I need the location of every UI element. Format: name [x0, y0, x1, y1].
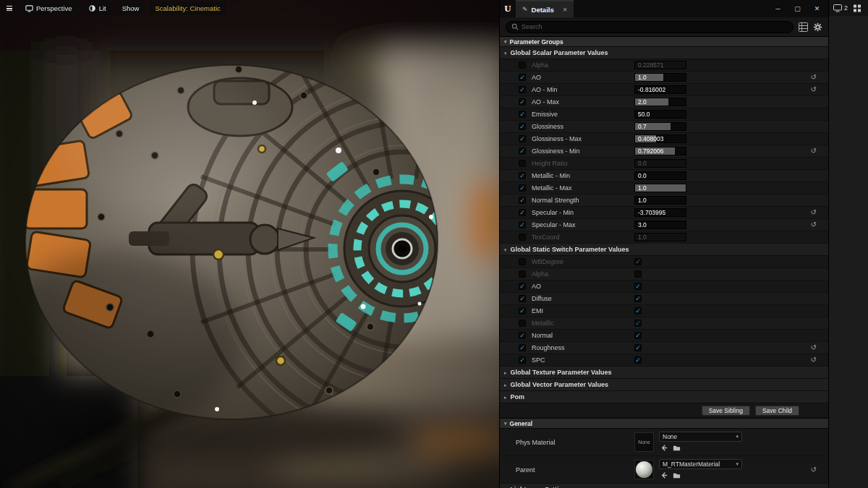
parameter-value-checkbox[interactable]	[634, 258, 642, 265]
parameter-value-slider[interactable]: 3.0	[634, 221, 686, 229]
parameter-enable-checkbox[interactable]	[519, 123, 526, 130]
show-button[interactable]: Show	[116, 2, 145, 14]
parameter-enable-checkbox[interactable]	[519, 111, 526, 118]
parameter-value-checkbox[interactable]	[634, 344, 642, 351]
section-parameter-groups[interactable]: ▾ Parameter Groups	[500, 36, 828, 47]
parent-material-thumbnail[interactable]	[634, 460, 654, 479]
parameter-enable-checkbox[interactable]	[519, 270, 526, 278]
reset-to-default-icon[interactable]: ↺	[811, 145, 817, 157]
parent-material-dropdown[interactable]: M_RTMasterMaterial ▾	[659, 459, 742, 469]
parameter-enable-checkbox[interactable]	[519, 147, 526, 155]
parameter-value-slider[interactable]: 0.0	[634, 159, 686, 168]
reset-to-default-icon[interactable]: ↺	[811, 72, 817, 83]
parameter-value-slider[interactable]: -3.703995	[634, 208, 686, 217]
viewport-3d-scene[interactable]: Perspective Lit Show Scalability: Cinema…	[0, 0, 499, 488]
parameter-value-checkbox[interactable]	[634, 307, 642, 314]
category-global-switch[interactable]: ▾ Global Static Switch Parameter Values	[500, 244, 828, 256]
parameter-value-slider[interactable]: 2.0	[634, 98, 686, 106]
parameter-value-checkbox[interactable]	[634, 356, 642, 364]
chevron-down-icon: ▾	[504, 421, 507, 426]
parameter-enable-checkbox[interactable]	[519, 135, 526, 142]
parameter-category-collapsed[interactable]: ▸ Pom	[500, 391, 828, 403]
reset-to-default-icon[interactable]: ↺	[811, 207, 817, 218]
search-box[interactable]	[506, 21, 793, 33]
chevron-right-icon: ▸	[504, 395, 507, 400]
parameter-value-checkbox[interactable]	[634, 270, 642, 278]
category-title: Global Texture Parameter Values	[511, 369, 612, 376]
tab-close-icon[interactable]: ✕	[563, 7, 568, 13]
parameter-name: Metallic - Min	[532, 170, 570, 181]
parameter-enable-checkbox[interactable]	[519, 307, 526, 314]
reset-to-default-icon[interactable]: ↺	[811, 354, 817, 366]
save-child-button[interactable]: Save Child	[755, 406, 799, 416]
scalar-parameter-row: Glossiness - Min 0.792006 ↺	[500, 145, 828, 158]
save-sibling-button[interactable]: Save Sibling	[702, 406, 750, 416]
panel-menu-button[interactable]	[853, 4, 861, 12]
reset-to-default-icon[interactable]: ↺	[811, 456, 817, 484]
settings-gear-icon[interactable]	[813, 22, 822, 32]
parameter-value-slider[interactable]: 0.7	[634, 122, 686, 131]
parameter-enable-checkbox[interactable]	[519, 61, 526, 69]
parameter-value-checkbox[interactable]	[634, 332, 642, 339]
parameter-value-slider[interactable]: 1.0	[634, 73, 686, 82]
parameter-category-collapsed[interactable]: ▸ Global Texture Parameter Values	[500, 367, 828, 379]
parameter-enable-checkbox[interactable]	[519, 98, 526, 106]
parameter-value-slider[interactable]: 0.0	[634, 171, 686, 180]
parameter-enable-checkbox[interactable]	[519, 332, 526, 339]
parameter-enable-checkbox[interactable]	[519, 197, 526, 204]
parameter-value-slider[interactable]: -0.816002	[634, 85, 686, 94]
close-button[interactable]: ✕	[807, 0, 827, 17]
parameter-enable-checkbox[interactable]	[519, 320, 526, 327]
viewport-menu-button[interactable]	[3, 2, 15, 14]
parameter-value-checkbox[interactable]	[634, 283, 642, 290]
parameter-value-slider[interactable]: 0.408003	[634, 134, 686, 143]
switch-parameter-row: AO ↺	[500, 281, 828, 293]
viewport-layout-button[interactable]: 2	[833, 4, 848, 12]
use-selected-asset-icon[interactable]	[660, 444, 668, 452]
parameter-enable-checkbox[interactable]	[519, 172, 526, 179]
browse-to-asset-icon[interactable]	[673, 471, 681, 479]
category-global-scalar[interactable]: ▾ Global Scalar Parameter Values	[500, 47, 828, 59]
phys-material-dropdown[interactable]: None ▾	[659, 432, 742, 442]
use-selected-asset-icon[interactable]	[660, 471, 668, 479]
minimize-button[interactable]: ─	[768, 0, 788, 17]
reset-to-default-icon[interactable]: ↺	[811, 84, 817, 95]
parameter-enable-checkbox[interactable]	[519, 295, 526, 302]
reset-to-default-icon[interactable]: ↺	[811, 219, 817, 231]
lit-mode-button[interactable]: Lit	[82, 2, 112, 14]
maximize-button[interactable]: ▢	[788, 0, 807, 17]
parameter-enable-checkbox[interactable]	[519, 74, 526, 81]
parameter-value-slider[interactable]: 0.792006	[634, 147, 686, 155]
tab-details[interactable]: ✎ Details ✕	[516, 0, 574, 17]
details-window-titlebar[interactable]: U ✎ Details ✕ ─ ▢ ✕	[500, 0, 828, 17]
category-lightmass-settings[interactable]: ▸ Lightmass Settings	[500, 484, 828, 488]
parameter-enable-checkbox[interactable]	[519, 86, 526, 93]
parameter-value-slider[interactable]: 1.0	[634, 196, 686, 205]
parameter-value-slider[interactable]: 50.0	[634, 110, 686, 119]
parameter-enable-checkbox[interactable]	[519, 344, 526, 351]
parameter-enable-checkbox[interactable]	[519, 221, 526, 228]
parameter-enable-checkbox[interactable]	[519, 160, 526, 167]
browse-to-asset-icon[interactable]	[673, 444, 681, 452]
parameter-enable-checkbox[interactable]	[519, 184, 526, 192]
parameter-category-collapsed[interactable]: ▸ Global Vector Parameter Values	[500, 379, 828, 391]
parameter-enable-checkbox[interactable]	[519, 283, 526, 290]
phys-material-thumbnail[interactable]: None	[634, 432, 654, 452]
parameter-enable-checkbox[interactable]	[519, 258, 526, 265]
scalability-button[interactable]: Scalability: Cinematic	[149, 2, 226, 14]
view-options-icon[interactable]	[799, 22, 808, 32]
parameter-enable-checkbox[interactable]	[519, 234, 526, 241]
reset-to-default-icon[interactable]: ↺	[811, 342, 817, 354]
parameter-name: Normal	[532, 330, 553, 341]
search-input[interactable]	[522, 23, 788, 30]
perspective-button[interactable]: Perspective	[20, 2, 78, 14]
parameter-value-checkbox[interactable]	[634, 295, 642, 302]
parameter-value-slider[interactable]: 1.0	[634, 184, 686, 192]
parameter-value-checkbox[interactable]	[634, 320, 642, 327]
parameter-value-slider[interactable]: 0.228571	[634, 61, 686, 69]
parameter-enable-checkbox[interactable]	[519, 356, 526, 364]
parameter-enable-checkbox[interactable]	[519, 209, 526, 216]
section-general[interactable]: ▾ General	[500, 418, 828, 429]
parameter-value-slider[interactable]: 1.0	[634, 233, 686, 241]
category-title: Global Vector Parameter Values	[511, 381, 609, 388]
